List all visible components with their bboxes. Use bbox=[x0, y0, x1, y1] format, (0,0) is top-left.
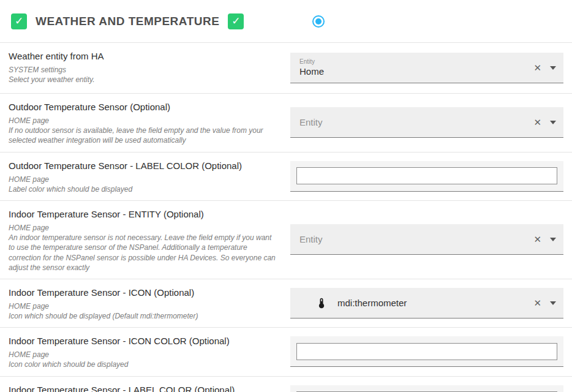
select-text: Entity bbox=[299, 117, 529, 127]
chevron-down-icon[interactable] bbox=[550, 66, 556, 70]
select-text: Entity Home bbox=[299, 58, 529, 78]
setting-row-indoor-entity: Indoor Temperature Sensor - ENTITY (Opti… bbox=[0, 201, 572, 279]
setting-control-area: mdi:thermometer ✕ bbox=[290, 279, 572, 327]
setting-title: Weather entity from HA bbox=[9, 51, 279, 61]
setting-title: Indoor Temperature Sensor - ENTITY (Opti… bbox=[9, 209, 279, 219]
setting-title: Outdoor Temperature Sensor (Optional) bbox=[9, 102, 279, 112]
setting-info: Indoor Temperature Sensor - ENTITY (Opti… bbox=[0, 201, 290, 279]
setting-control-area bbox=[290, 153, 572, 200]
section-enable-checkbox[interactable]: ✓ bbox=[11, 13, 27, 29]
setting-info: Indoor Temperature Sensor - ICON COLOR (… bbox=[0, 328, 290, 375]
outdoor-label-color-field-wrap bbox=[290, 161, 563, 192]
indoor-label-color-field-wrap bbox=[290, 385, 563, 392]
chevron-down-icon[interactable] bbox=[550, 301, 556, 305]
setting-info: Indoor Temperature Sensor - ICON (Option… bbox=[0, 279, 290, 327]
clear-icon[interactable]: ✕ bbox=[529, 298, 546, 309]
setting-context: HOME page bbox=[9, 350, 279, 360]
weather-entity-select[interactable]: Entity Home ✕ bbox=[290, 53, 563, 83]
setting-control-area: Entity Home ✕ bbox=[290, 43, 572, 93]
setting-context: HOME page bbox=[9, 116, 279, 126]
check-icon: ✓ bbox=[15, 15, 23, 28]
setting-title: Indoor Temperature Sensor - LABEL COLOR … bbox=[9, 385, 279, 392]
setting-control-area: Entity ✕ bbox=[290, 94, 572, 152]
setting-row-outdoor-label-color: Outdoor Temperature Sensor - LABEL COLOR… bbox=[0, 153, 572, 201]
outdoor-label-color-input[interactable] bbox=[296, 167, 557, 184]
indoor-temp-entity-select[interactable]: Entity ✕ bbox=[290, 224, 563, 255]
setting-context: HOME page bbox=[9, 223, 279, 233]
section-header: ✓ WEATHER AND TEMPERATURE ✓ bbox=[0, 0, 572, 43]
setting-row-weather-entity: Weather entity from HA SYSTEM settings S… bbox=[0, 43, 572, 94]
setting-description: Icon color which should be displayed bbox=[9, 360, 279, 369]
indoor-icon-select[interactable]: mdi:thermometer ✕ bbox=[290, 288, 563, 318]
thermometer-icon bbox=[315, 297, 328, 309]
setting-row-indoor-icon: Indoor Temperature Sensor - ICON (Option… bbox=[0, 279, 572, 328]
setting-description: Label color which should be displayed bbox=[9, 184, 279, 194]
indoor-icon-color-field-wrap bbox=[290, 336, 563, 367]
setting-title: Indoor Temperature Sensor - ICON COLOR (… bbox=[9, 336, 279, 346]
setting-control-area bbox=[290, 328, 572, 375]
setting-description: Select your weather entity. bbox=[9, 75, 279, 85]
section-radio-button[interactable] bbox=[312, 15, 325, 28]
section-secondary-checkbox[interactable]: ✓ bbox=[228, 13, 244, 29]
setting-info: Outdoor Temperature Sensor (Optional) HO… bbox=[0, 94, 290, 152]
check-icon: ✓ bbox=[231, 15, 240, 28]
setting-description: An indoor temperature sensor is not nece… bbox=[9, 233, 279, 273]
select-value: Home bbox=[299, 66, 529, 78]
page-title: WEATHER AND TEMPERATURE bbox=[36, 15, 219, 28]
radio-dot-icon bbox=[315, 18, 322, 24]
setting-description: Icon which should be displayed (Default … bbox=[9, 311, 279, 321]
select-text: mdi:thermometer bbox=[337, 297, 529, 309]
setting-control-area: Entity ✕ bbox=[290, 201, 572, 279]
setting-info: Indoor Temperature Sensor - LABEL COLOR … bbox=[0, 377, 290, 392]
select-placeholder: Entity bbox=[299, 117, 529, 127]
select-floating-label: Entity bbox=[299, 58, 529, 66]
chevron-down-icon[interactable] bbox=[550, 121, 556, 124]
select-placeholder: Entity bbox=[299, 234, 529, 244]
setting-row-indoor-label-color: Indoor Temperature Sensor - LABEL COLOR … bbox=[0, 377, 572, 392]
settings-page: ✓ WEATHER AND TEMPERATURE ✓ Weather enti… bbox=[0, 0, 572, 392]
select-value: mdi:thermometer bbox=[337, 297, 529, 309]
setting-title: Indoor Temperature Sensor - ICON (Option… bbox=[9, 287, 279, 298]
setting-control-area bbox=[290, 377, 572, 392]
setting-title: Outdoor Temperature Sensor - LABEL COLOR… bbox=[9, 160, 279, 171]
setting-context: SYSTEM settings bbox=[9, 65, 279, 75]
setting-description: If no outdoor sensor is available, leave… bbox=[9, 126, 279, 145]
setting-info: Outdoor Temperature Sensor - LABEL COLOR… bbox=[0, 153, 290, 200]
clear-icon[interactable]: ✕ bbox=[529, 234, 546, 245]
clear-icon[interactable]: ✕ bbox=[529, 62, 546, 74]
select-text: Entity bbox=[299, 234, 529, 244]
chevron-down-icon[interactable] bbox=[550, 238, 556, 241]
clear-icon[interactable]: ✕ bbox=[529, 117, 546, 128]
setting-row-outdoor-temp-sensor: Outdoor Temperature Sensor (Optional) HO… bbox=[0, 94, 572, 153]
outdoor-temp-entity-select[interactable]: Entity ✕ bbox=[290, 107, 563, 138]
setting-context: HOME page bbox=[9, 301, 279, 311]
indoor-icon-color-input[interactable] bbox=[296, 343, 557, 360]
setting-context: HOME page bbox=[9, 175, 279, 184]
setting-info: Weather entity from HA SYSTEM settings S… bbox=[0, 43, 290, 93]
setting-row-indoor-icon-color: Indoor Temperature Sensor - ICON COLOR (… bbox=[0, 328, 572, 376]
